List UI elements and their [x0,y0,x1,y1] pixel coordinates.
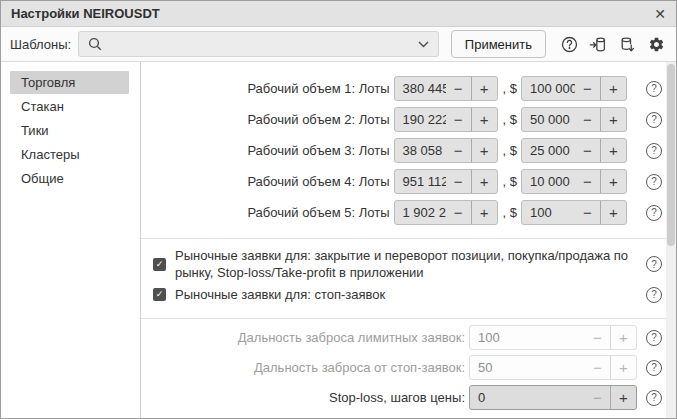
help-icon[interactable]: ? [646,256,662,272]
stop-orders-distance-row: Дальность заброса от стоп-заявок: 50 − +… [141,355,662,380]
volume-row-4: Рабочий объем 4: Лоты 951 112 − + , $ 10… [141,169,662,194]
stop-orders-row: ✓ Рыночные заявки для: стоп-заявок ? [153,286,662,303]
help-icon[interactable]: ? [646,81,662,97]
sidebar-item-dom[interactable]: Стакан [10,95,129,118]
chevron-down-icon[interactable] [418,41,429,48]
decrement-button[interactable]: − [446,201,471,224]
stepper-value: 50 [470,356,585,379]
vertical-scrollbar[interactable] [666,62,676,418]
decrement-button[interactable]: − [575,170,600,193]
toolbar-icons [560,35,665,53]
lots-stepper[interactable]: 190 222 − + [394,107,498,132]
increment-button: + [610,326,636,349]
row-label: Рабочий объем 1: Лоты [141,81,390,96]
stepper-value: 0 [470,386,585,409]
usd-stepper[interactable]: 10 000 − + [521,169,627,194]
checkbox-checked[interactable]: ✓ [153,258,166,271]
titlebar: Настройки NEIROUSDT ✕ [1,1,676,27]
decrement-button: − [585,326,610,349]
stepper-value: 100 [522,201,575,224]
increment-button[interactable]: + [471,108,497,131]
help-icon[interactable]: ? [646,360,662,376]
usd-stepper[interactable]: 100 000 − + [521,76,627,101]
sidebar-item-trading[interactable]: Торговля [10,71,129,94]
increment-button[interactable]: + [600,201,626,224]
usd-stepper[interactable]: 50 000 − + [521,107,627,132]
export-template-icon[interactable] [618,35,636,53]
close-icon[interactable]: ✕ [654,7,666,21]
volume-row-2: Рабочий объем 2: Лоты 190 222 − + , $ 50… [141,107,662,132]
stepper-value: 951 112 [395,170,446,193]
usd-stepper[interactable]: 100 − + [521,200,627,225]
decrement-button[interactable]: − [585,386,610,409]
increment-button[interactable]: + [471,201,497,224]
row-label: Stop-loss, шагов цены: [141,390,465,405]
stepper-value: 100 000 [522,77,575,100]
limit-orders-distance-row: Дальность заброса лимитных заявок: 100 −… [141,325,662,350]
help-icon[interactable]: ? [646,390,662,406]
increment-button[interactable]: + [471,77,497,100]
sidebar-item-general[interactable]: Общие [10,167,129,190]
row-label: Рабочий объем 2: Лоты [141,112,390,127]
decrement-button[interactable]: − [575,139,600,162]
decrement-button[interactable]: − [446,108,471,131]
value-stepper[interactable]: 0 − + [469,385,637,410]
stepper-value: 1 902 225 [395,201,446,224]
help-icon[interactable]: ? [646,205,662,221]
stepper-value: 10 000 [522,170,575,193]
lots-stepper[interactable]: 951 112 − + [394,169,498,194]
stepper-value: 50 000 [522,108,575,131]
templates-label: Шаблоны: [10,37,71,52]
decrement-button[interactable]: − [575,108,600,131]
decrement-button[interactable]: − [446,170,471,193]
checkbox-checked[interactable]: ✓ [153,288,166,301]
increment-button[interactable]: + [471,170,497,193]
help-button[interactable] [560,35,578,53]
stepper-value: 190 222 [395,108,446,131]
increment-button[interactable]: + [600,108,626,131]
help-icon[interactable]: ? [646,143,662,159]
help-icon[interactable]: ? [646,287,662,303]
help-icon[interactable]: ? [646,112,662,128]
help-icon[interactable]: ? [646,174,662,190]
usd-stepper[interactable]: 25 000 − + [521,138,627,163]
decrement-button[interactable]: − [575,201,600,224]
sidebar: Торговля Стакан Тики Кластеры Общие [1,62,141,418]
scrollbar-thumb[interactable] [667,64,675,246]
sidebar-item-clusters[interactable]: Кластеры [10,143,129,166]
increment-button[interactable]: + [600,170,626,193]
search-icon [88,37,102,51]
section-divider [141,238,676,239]
decrement-button[interactable]: − [446,77,471,100]
decrement-button[interactable]: − [446,139,471,162]
volume-row-5: Рабочий объем 5: Лоты 1 902 225 − + , $ … [141,200,662,225]
help-icon[interactable]: ? [646,330,662,346]
stepper-value: 38 058 [395,139,446,162]
volume-row-3: Рабочий объем 3: Лоты 38 058 − + , $ 25 … [141,138,662,163]
usd-prefix: , $ [503,81,517,96]
increment-button: + [610,356,636,379]
increment-button[interactable]: + [600,139,626,162]
stepper-value: 380 445 [395,77,446,100]
apply-button[interactable]: Применить [451,30,546,58]
decrement-button: − [585,356,610,379]
lots-stepper[interactable]: 38 058 − + [394,138,498,163]
toolbar: Шаблоны: Применить [1,27,676,62]
increment-button[interactable]: + [600,77,626,100]
row-label: Рабочий объем 4: Лоты [141,174,390,189]
lots-stepper[interactable]: 1 902 225 − + [394,200,498,225]
sidebar-item-ticks[interactable]: Тики [10,119,129,142]
value-stepper: 50 − + [469,355,637,380]
import-template-icon[interactable] [589,35,607,53]
volume-row-1: Рабочий объем 1: Лоты 380 445 − + , $ 10… [141,76,662,101]
usd-prefix: , $ [503,174,517,189]
lots-stepper[interactable]: 380 445 − + [394,76,498,101]
gear-icon[interactable] [647,35,665,53]
increment-button[interactable]: + [610,386,636,409]
settings-content: Рабочий объем 1: Лоты 380 445 − + , $ 10… [141,62,676,418]
templates-combobox[interactable] [78,31,439,57]
templates-search-input[interactable] [109,36,411,53]
usd-prefix: , $ [503,205,517,220]
increment-button[interactable]: + [471,139,497,162]
decrement-button[interactable]: − [575,77,600,100]
